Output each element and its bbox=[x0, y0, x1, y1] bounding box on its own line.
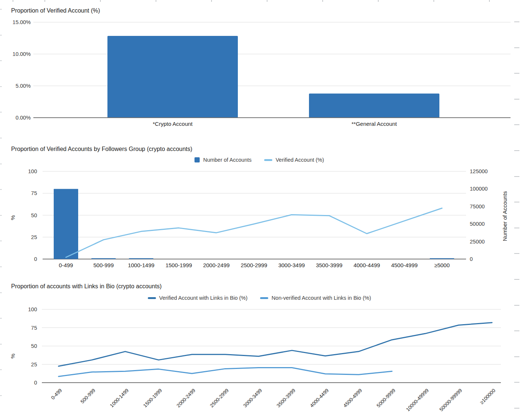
verified-account-bar-chart-canvas[interactable]: 0.00%5.00%10.00%15.00%*Crypto Account**G… bbox=[0, 0, 532, 137]
legend-item-verified-links-in-bio: Verified Account with Links in Bio (%) bbox=[148, 295, 248, 301]
x-category-label: 2000-2499 bbox=[203, 262, 230, 268]
left-y-tick-label: 100 bbox=[28, 168, 37, 174]
x-category-label: 3500-3999 bbox=[316, 262, 343, 268]
x-category-label-rotated: 2500-2999 bbox=[209, 388, 230, 409]
right-y-tick-label: 50000 bbox=[470, 221, 485, 227]
x-category-label: **General Account bbox=[352, 121, 397, 127]
left-y-tick-label: 50 bbox=[31, 212, 37, 218]
right-y-tick-label: 0 bbox=[470, 256, 473, 262]
accounts-bar-2 bbox=[129, 258, 153, 259]
left-axis-title: % bbox=[10, 215, 16, 220]
x-category-label: ≥5000 bbox=[434, 262, 450, 268]
verified-line-swatch bbox=[148, 297, 156, 299]
x-category-label: 1000-1499 bbox=[128, 262, 154, 268]
x-category-label: 4500-4999 bbox=[391, 262, 418, 268]
right-axis-title: Number of Accounts bbox=[502, 191, 508, 241]
spreadsheet-charts-page: { "colors": { "bar_blue": "#3274b5", "li… bbox=[0, 0, 532, 413]
left-axis-title: % bbox=[10, 353, 16, 358]
right-y-tick-label: 75000 bbox=[470, 204, 485, 209]
y-tick-label: 5.00% bbox=[16, 83, 31, 89]
verified-links-line bbox=[59, 323, 492, 366]
y-tick-label: 15.00% bbox=[13, 19, 31, 25]
x-category-label-rotated: 50000-99999 bbox=[438, 388, 463, 413]
x-category-label-rotated: 2000-2499 bbox=[176, 388, 196, 409]
legend-label: Number of Accounts bbox=[203, 157, 252, 163]
x-category-label-rotated: 3500-3999 bbox=[276, 388, 296, 409]
chart3-legend: Verified Account with Links in Bio (%) N… bbox=[0, 295, 519, 301]
x-category-label-rotated: 0-499 bbox=[50, 388, 63, 401]
x-category-label-rotated: 5000-9999 bbox=[376, 388, 396, 409]
y-tick-label: 50 bbox=[31, 343, 37, 349]
chart3-title: Proportion of accounts with Links in Bio… bbox=[11, 283, 162, 290]
legend-item-nonverified-links-in-bio: Non-verified Account with Links in Bio (… bbox=[260, 295, 371, 301]
accounts-bar-1 bbox=[92, 258, 116, 259]
line-series-swatch bbox=[264, 159, 272, 161]
legend-item-number-of-accounts: Number of Accounts bbox=[194, 157, 252, 163]
accounts-bar-0 bbox=[54, 189, 78, 259]
nonverified-links-line bbox=[59, 367, 392, 376]
chart2-legend: Number of Accounts Verified Account (%) bbox=[0, 157, 519, 163]
nonverified-line-swatch bbox=[260, 297, 268, 299]
y-tick-label: 25 bbox=[31, 362, 37, 367]
y-tick-label: 10.00% bbox=[13, 51, 31, 57]
verified-percent-line bbox=[66, 208, 442, 258]
legend-item-verified-account-pct: Verified Account (%) bbox=[264, 157, 324, 163]
legend-label: Non-verified Account with Links in Bio (… bbox=[272, 295, 371, 301]
x-category-label: 500-999 bbox=[93, 262, 114, 268]
right-y-tick-label: 100000 bbox=[470, 186, 488, 192]
verified-by-followers-combo-chart-canvas[interactable]: 025507510002500050000750001000001250000-… bbox=[0, 166, 532, 277]
left-y-tick-label: 75 bbox=[31, 190, 37, 196]
x-category-label: 0-499 bbox=[59, 262, 73, 268]
y-tick-label: 0 bbox=[34, 380, 37, 386]
x-category-label: 3000-3499 bbox=[278, 262, 305, 268]
right-y-tick-label: 25000 bbox=[470, 239, 485, 245]
x-category-label-rotated: 3000-3499 bbox=[242, 388, 263, 409]
y-tick-label: 0.00% bbox=[16, 115, 31, 121]
left-y-tick-label: 0 bbox=[34, 256, 37, 262]
x-category-label-rotated: 1500-1999 bbox=[142, 388, 163, 409]
x-category-label: 2500-2999 bbox=[241, 262, 267, 268]
left-y-tick-label: 25 bbox=[31, 234, 37, 240]
bar-series-swatch bbox=[194, 157, 200, 162]
links-in-bio-line-chart-canvas[interactable]: 02550751000-499500-9991000-14991500-1999… bbox=[0, 303, 532, 413]
x-category-label: *Crypto Account bbox=[153, 121, 193, 127]
x-category-label-rotated: 10000-49999 bbox=[405, 388, 430, 413]
bar-0 bbox=[107, 36, 238, 118]
x-category-label: 1500-1999 bbox=[166, 262, 192, 268]
y-tick-label: 100 bbox=[28, 306, 37, 312]
x-category-label: 4000-4499 bbox=[353, 262, 380, 268]
x-category-label-rotated: 4000-4499 bbox=[309, 388, 330, 409]
legend-label: Verified Account (%) bbox=[276, 157, 324, 163]
x-category-label-rotated: ≥100000 bbox=[479, 388, 496, 406]
chart2-title: Proportion of Verified Accounts by Follo… bbox=[11, 146, 192, 152]
x-category-label-rotated: 500-999 bbox=[79, 388, 96, 405]
x-category-label-rotated: 4500-4999 bbox=[342, 388, 363, 409]
right-y-tick-label: 125000 bbox=[470, 168, 488, 174]
x-category-label-rotated: 1000-1499 bbox=[109, 388, 130, 409]
y-tick-label: 75 bbox=[31, 325, 37, 331]
accounts-bar-10 bbox=[430, 258, 454, 259]
legend-label: Verified Account with Links in Bio (%) bbox=[159, 295, 248, 301]
bar-1 bbox=[309, 94, 439, 118]
